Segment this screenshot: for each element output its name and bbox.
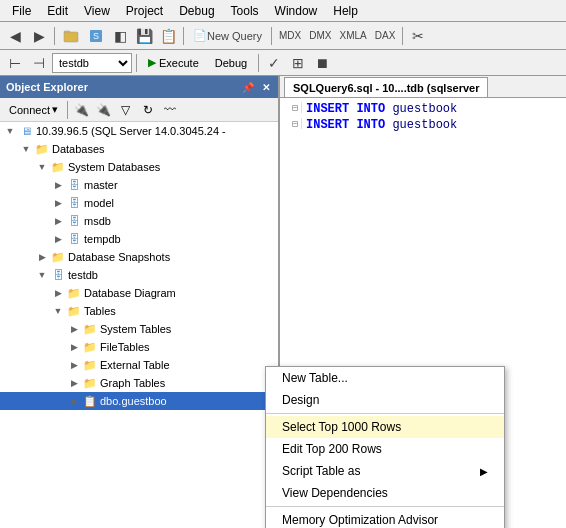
tree-databases[interactable]: ▼ 📁 Databases xyxy=(0,140,278,158)
toolbar2-grid[interactable]: ⊞ xyxy=(287,52,309,74)
toolbar-btn-4[interactable]: 💾 xyxy=(133,25,155,47)
sql-line-1: ⊟ INSERT INTO guestbook xyxy=(284,102,562,116)
tree-filetables[interactable]: ▶ 📁 FileTables xyxy=(0,338,278,356)
context-menu-new-table-label: New Table... xyxy=(282,371,348,385)
master-label: master xyxy=(84,179,118,191)
tree-server[interactable]: ▼ 🖥 10.39.96.5 (SQL Server 14.0.3045.24 … xyxy=(0,122,278,140)
line-num-2: ⊟ xyxy=(284,118,302,129)
tree-db-diagrams[interactable]: ▶ 📁 Database Diagram xyxy=(0,284,278,302)
context-menu-new-table[interactable]: New Table... xyxy=(266,367,504,389)
debug-button[interactable]: Debug xyxy=(208,54,254,72)
tree-model[interactable]: ▶ 🗄 model xyxy=(0,194,278,212)
testdb-label: testdb xyxy=(68,269,98,281)
databases-expand-icon: ▼ xyxy=(18,141,34,157)
toolbar-xmla[interactable]: XMLA xyxy=(337,25,370,47)
model-db-icon: 🗄 xyxy=(66,195,82,211)
context-menu-view-deps[interactable]: View Dependencies xyxy=(266,482,504,504)
menu-help[interactable]: Help xyxy=(325,2,366,20)
explorer-sep xyxy=(67,101,68,119)
sql-line-2: ⊟ INSERT INTO guestbook xyxy=(284,118,562,132)
toolbar-dmx[interactable]: DMX xyxy=(306,25,334,47)
toolbar-btn-3[interactable]: ◧ xyxy=(109,25,131,47)
menu-project[interactable]: Project xyxy=(118,2,171,20)
open-folder-icon xyxy=(63,28,79,44)
context-menu-sep-1 xyxy=(266,413,504,414)
close-panel-icon[interactable]: ✕ xyxy=(260,81,272,94)
tree-tempdb[interactable]: ▶ 🗄 tempdb xyxy=(0,230,278,248)
explorer-refresh[interactable]: ↻ xyxy=(138,100,158,120)
sql-tab-active[interactable]: SQLQuery6.sql - 10....tdb (sqlserver xyxy=(284,77,488,97)
server-expand-icon: ▼ xyxy=(2,123,18,139)
toolbar2-btn1[interactable]: ⊢ xyxy=(4,52,26,74)
menu-debug[interactable]: Debug xyxy=(171,2,222,20)
tree-db-snapshots[interactable]: ▶ 📁 Database Snapshots xyxy=(0,248,278,266)
context-menu-edit-top[interactable]: Edit Top 200 Rows xyxy=(266,438,504,460)
db-snapshots-folder-icon: 📁 xyxy=(50,249,66,265)
context-menu: New Table... Design Select Top 1000 Rows… xyxy=(265,366,505,528)
toolbar-btn-2[interactable]: S xyxy=(85,25,107,47)
tree-msdb[interactable]: ▶ 🗄 msdb xyxy=(0,212,278,230)
msdb-db-icon: 🗄 xyxy=(66,213,82,229)
back-button[interactable]: ◀ xyxy=(4,25,26,47)
tree-external-tables[interactable]: ▶ 📁 External Table xyxy=(0,356,278,374)
toolbar-btn-1[interactable] xyxy=(59,25,83,47)
menu-view[interactable]: View xyxy=(76,2,118,20)
databases-folder-icon: 📁 xyxy=(34,141,50,157)
system-tables-expand-icon: ▶ xyxy=(66,321,82,337)
external-tables-folder-icon: 📁 xyxy=(82,357,98,373)
explorer-filter[interactable]: ▽ xyxy=(116,100,136,120)
databases-label: Databases xyxy=(52,143,105,155)
context-menu-view-deps-label: View Dependencies xyxy=(282,486,388,500)
menu-edit[interactable]: Edit xyxy=(39,2,76,20)
tree-master[interactable]: ▶ 🗄 master xyxy=(0,176,278,194)
forward-button[interactable]: ▶ xyxy=(28,25,50,47)
tempdb-expand-icon: ▶ xyxy=(50,231,66,247)
new-query-button[interactable]: 📄 New Query xyxy=(188,25,267,47)
toolbar-btn-5[interactable]: 📋 xyxy=(157,25,179,47)
explorer-btn-2[interactable]: 🔌 xyxy=(94,100,114,120)
debug-label: Debug xyxy=(215,57,247,69)
menu-window[interactable]: Window xyxy=(267,2,326,20)
new-query-icon: 📄 xyxy=(193,29,207,42)
toolbar2-check[interactable]: ✓ xyxy=(263,52,285,74)
toolbar-sep-1 xyxy=(54,27,55,45)
tree-graph-tables[interactable]: ▶ 📁 Graph Tables xyxy=(0,374,278,392)
tables-folder-icon: 📁 xyxy=(66,303,82,319)
explorer-more[interactable]: 〰 xyxy=(160,100,180,120)
system-databases-label: System Databases xyxy=(68,161,160,173)
context-menu-design[interactable]: Design xyxy=(266,389,504,411)
filetables-expand-icon: ▶ xyxy=(66,339,82,355)
context-menu-select-top[interactable]: Select Top 1000 Rows xyxy=(266,416,504,438)
execute-button[interactable]: ▶ Execute xyxy=(141,53,206,72)
tree-testdb[interactable]: ▼ 🗄 testdb xyxy=(0,266,278,284)
tree-area: ▼ 🖥 10.39.96.5 (SQL Server 14.0.3045.24 … xyxy=(0,122,278,528)
tree-tables[interactable]: ▼ 📁 Tables xyxy=(0,302,278,320)
msdb-expand-icon: ▶ xyxy=(50,213,66,229)
database-dropdown[interactable]: testdb xyxy=(52,53,132,73)
context-menu-select-top-label: Select Top 1000 Rows xyxy=(282,420,401,434)
toolbar2-btn2[interactable]: ⊣ xyxy=(28,52,50,74)
menu-bar: File Edit View Project Debug Tools Windo… xyxy=(0,0,566,22)
menu-tools[interactable]: Tools xyxy=(223,2,267,20)
toolbar2-stop[interactable]: ⏹ xyxy=(311,52,333,74)
context-menu-memory-opt[interactable]: Memory Optimization Advisor xyxy=(266,509,504,528)
testdb-expand-icon: ▼ xyxy=(34,267,50,283)
toolbar-mdx[interactable]: MDX xyxy=(276,25,304,47)
toolbar-cut[interactable]: ✂ xyxy=(407,25,429,47)
toolbar-dax[interactable]: DAX xyxy=(372,25,399,47)
svg-rect-0 xyxy=(64,32,78,42)
tree-system-databases[interactable]: ▼ 📁 System Databases xyxy=(0,158,278,176)
menu-file[interactable]: File xyxy=(4,2,39,20)
object-explorer-panel: Object Explorer 📌 ✕ Connect ▾ 🔌 🔌 ▽ ↻ 〰 … xyxy=(0,76,280,528)
second-toolbar: ⊢ ⊣ testdb ▶ Execute Debug ✓ ⊞ ⏹ xyxy=(0,50,566,76)
connect-button[interactable]: Connect ▾ xyxy=(4,101,63,118)
context-menu-script-table[interactable]: Script Table as ▶ xyxy=(266,460,504,482)
explorer-btn-1[interactable]: 🔌 xyxy=(72,100,92,120)
toolbar2-sep-1 xyxy=(136,54,137,72)
model-expand-icon: ▶ xyxy=(50,195,66,211)
tables-expand-icon: ▼ xyxy=(50,303,66,319)
connect-dropdown-icon: ▾ xyxy=(52,103,58,116)
pin-icon[interactable]: 📌 xyxy=(240,81,256,94)
tree-system-tables[interactable]: ▶ 📁 System Tables xyxy=(0,320,278,338)
tree-guestbook-table[interactable]: ▶ 📋 dbo.guestboo xyxy=(0,392,278,410)
